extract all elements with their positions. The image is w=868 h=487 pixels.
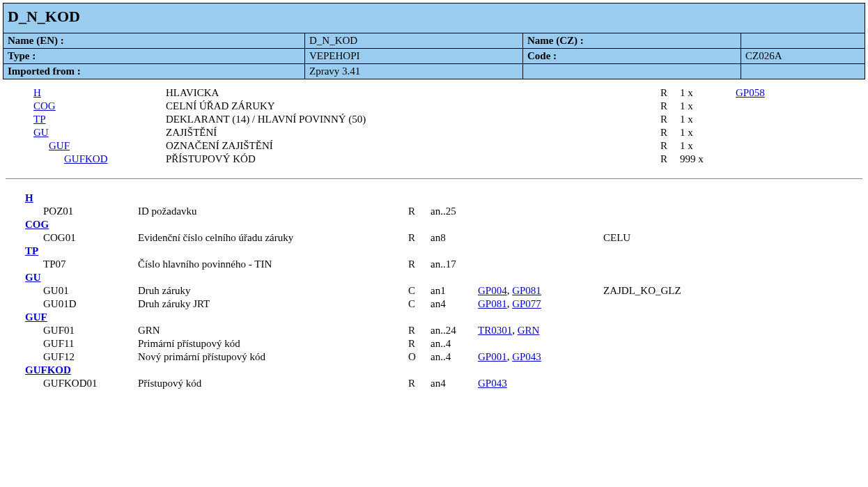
field-req: C: [408, 297, 431, 311]
structure-desc: CELNÍ ÚŘAD ZÁRUKY: [166, 100, 660, 113]
rule-link[interactable]: GP081: [478, 298, 507, 309]
code-value: CZ026A: [741, 49, 865, 64]
field-desc: Číslo hlavního povinného - TIN: [138, 258, 408, 271]
field-refs: GP081, GP077: [478, 297, 603, 311]
structure-mult: 999 x: [680, 153, 736, 166]
separator: [6, 178, 862, 179]
field-format: an..17: [431, 258, 478, 271]
rule-link[interactable]: GP001: [478, 351, 507, 362]
field-extra: ZAJDL_KO_GLZ: [603, 284, 862, 297]
field-req: C: [408, 284, 431, 297]
structure-req: R: [660, 153, 680, 166]
structure-req: R: [660, 113, 680, 126]
structure-desc: PŘÍSTUPOVÝ KÓD: [166, 153, 660, 166]
structure-code-link[interactable]: COG: [33, 100, 56, 111]
rule-link[interactable]: GP058: [736, 87, 765, 98]
detail-section-link[interactable]: GUFKOD: [25, 364, 71, 376]
type-label: Type :: [3, 49, 305, 64]
field-format: an..24: [431, 324, 478, 337]
structure-row: TPDEKLARANT (14) / HLAVNÍ POVINNÝ (50)R1…: [6, 113, 862, 126]
field-refs: GP004, GP081: [478, 284, 603, 297]
field-refs: [478, 258, 603, 271]
field-format: an..25: [431, 205, 478, 218]
imported-label: Imported from :: [3, 64, 305, 79]
structure-row: HHLAVICKAR1 xGP058: [6, 86, 862, 100]
rule-link[interactable]: GP043: [478, 378, 507, 389]
field-desc: Evidenční číslo celního úřadu záruky: [138, 231, 408, 245]
field-req: R: [408, 377, 431, 390]
structure-desc: ZAJIŠTĚNÍ: [166, 126, 660, 139]
field-format: an1: [431, 284, 478, 297]
header-table: D_N_KOD Name (EN) : D_N_KOD Name (CZ) : …: [3, 3, 865, 79]
field-req: R: [408, 337, 431, 350]
field-desc: Nový primární přístupový kód: [138, 350, 408, 364]
field-refs: [478, 231, 603, 245]
field-req: O: [408, 350, 431, 364]
field-format: an..4: [431, 337, 478, 350]
detail-section-link[interactable]: H: [25, 192, 33, 203]
detail-section-row: COG: [6, 218, 862, 231]
detail-section-link[interactable]: COG: [25, 219, 49, 230]
detail-field-row: GUFKOD01Přístupový kódRan4GP043: [6, 377, 862, 390]
structure-row: GUFOZNAČENÍ ZAJIŠTĚNÍR1 x: [6, 139, 862, 153]
field-code: GUFKOD01: [43, 378, 98, 389]
structure-mult: 1 x: [680, 86, 736, 100]
field-desc: Přístupový kód: [138, 377, 408, 390]
field-format: an4: [431, 377, 478, 390]
rule-link[interactable]: GP077: [512, 298, 541, 309]
name-cz-value: [741, 33, 865, 49]
rule-link[interactable]: GP004: [478, 285, 507, 296]
structure-row: COGCELNÍ ÚŘAD ZÁRUKYR1 x: [6, 100, 862, 113]
field-desc: GRN: [138, 324, 408, 337]
field-format: an..4: [431, 350, 478, 364]
field-code: GU01: [43, 285, 69, 296]
field-desc: Primární přístupový kód: [138, 337, 408, 350]
structure-code-link[interactable]: GUF: [49, 140, 70, 151]
detail-field-row: GUF01GRNRan..24TR0301, GRN: [6, 324, 862, 337]
field-refs: [478, 337, 603, 350]
field-format: an4: [431, 297, 478, 311]
rule-link[interactable]: GP043: [512, 351, 541, 362]
rule-link[interactable]: GRN: [518, 325, 540, 336]
detail-field-row: POZ01ID požadavkuRan..25: [6, 205, 862, 218]
field-extra: [603, 297, 862, 311]
structure-links: [736, 126, 862, 139]
detail-section-row: GUFKOD: [6, 364, 862, 377]
structure-code-link[interactable]: TP: [33, 114, 46, 125]
structure-table: HHLAVICKAR1 xGP058COGCELNÍ ÚŘAD ZÁRUKYR1…: [6, 86, 862, 166]
structure-code-link[interactable]: GUFKOD: [64, 153, 108, 164]
structure-mult: 1 x: [680, 126, 736, 139]
structure-req: R: [660, 139, 680, 153]
field-desc: Druh záruky: [138, 284, 408, 297]
structure-code-link[interactable]: GU: [33, 127, 49, 138]
detail-section-link[interactable]: GUF: [25, 311, 47, 323]
field-extra: [603, 337, 862, 350]
field-refs: GP043: [478, 377, 603, 390]
structure-code-link[interactable]: H: [33, 87, 41, 98]
detail-section-row: GUF: [6, 311, 862, 324]
detail-section-row: TP: [6, 245, 862, 258]
structure-links: [736, 153, 862, 166]
field-desc: Druh záruky JRT: [138, 297, 408, 311]
field-code: GU01D: [43, 298, 77, 309]
structure-mult: 1 x: [680, 139, 736, 153]
field-req: R: [408, 324, 431, 337]
field-code: COG01: [43, 232, 76, 243]
structure-req: R: [660, 100, 680, 113]
structure-row: GUFKODPŘÍSTUPOVÝ KÓDR999 x: [6, 153, 862, 166]
detail-section-link[interactable]: TP: [25, 245, 38, 256]
structure-mult: 1 x: [680, 100, 736, 113]
detail-field-row: GUF11Primární přístupový kódRan..4: [6, 337, 862, 350]
field-extra: [603, 324, 862, 337]
detail-field-row: GU01Druh zárukyCan1GP004, GP081ZAJDL_KO_…: [6, 284, 862, 297]
rule-link[interactable]: GP081: [512, 285, 541, 296]
structure-desc: DEKLARANT (14) / HLAVNÍ POVINNÝ (50): [166, 113, 660, 126]
detail-section-row: H: [6, 192, 862, 205]
field-refs: [478, 205, 603, 218]
structure-mult: 1 x: [680, 113, 736, 126]
detail-section-link[interactable]: GU: [25, 272, 41, 283]
page-title: D_N_KOD: [3, 3, 865, 33]
rule-link[interactable]: TR0301: [478, 325, 512, 336]
imported-value: Zpravy 3.41: [305, 64, 523, 79]
structure-links: [736, 113, 862, 126]
